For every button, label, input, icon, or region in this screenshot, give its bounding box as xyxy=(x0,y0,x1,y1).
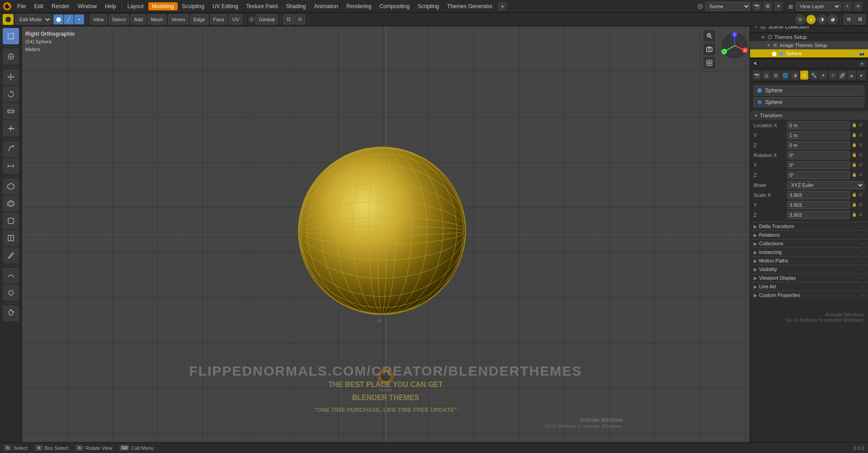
rotation-y-link[interactable]: ⊡ xyxy=(859,162,864,168)
location-x-value[interactable]: 0 m xyxy=(787,121,850,129)
scene-expand-btn[interactable]: ⊞ xyxy=(763,2,772,11)
location-x-link[interactable]: ⊡ xyxy=(859,123,864,128)
shrink-fatten-tool[interactable] xyxy=(3,285,19,301)
workspace-scripting[interactable]: Scripting xyxy=(414,2,443,10)
uv-menu-btn[interactable]: UV xyxy=(229,14,242,24)
location-z-value[interactable]: 0 m xyxy=(787,141,850,149)
edge-menu-btn[interactable]: Edge xyxy=(190,14,208,24)
props-filter-btn[interactable]: ▼ xyxy=(859,62,865,67)
scale-y-lock[interactable]: 🔒 xyxy=(852,202,857,208)
view-layer-props-btn[interactable]: ⊞ xyxy=(772,71,780,80)
workspace-texture-paint[interactable]: Texture Paint xyxy=(243,2,282,10)
scale-x-value[interactable]: 3.903 xyxy=(787,191,850,199)
scale-z-link[interactable]: ⊡ xyxy=(859,212,864,218)
workspace-sculpting[interactable]: Sculpting xyxy=(179,2,208,10)
output-props-btn[interactable]: 🖨 xyxy=(762,71,770,80)
vertex-mode-btn[interactable]: ⬤ xyxy=(53,14,63,24)
rotation-z-link[interactable]: ⊡ xyxy=(859,172,864,178)
gimbal-btn[interactable]: Gimbal xyxy=(255,14,278,24)
render-props-btn[interactable]: 📷 xyxy=(753,71,761,80)
3d-viewport[interactable]: Right Orthographic (54) Sphere Meters FL… xyxy=(22,26,750,442)
visibility-header[interactable]: ▶ Visibility ⋯ xyxy=(750,265,868,273)
mode-selector[interactable]: Edit Mode xyxy=(15,14,52,24)
select-menu-btn[interactable]: Select xyxy=(109,14,129,24)
object-props-btn[interactable]: ⊙ xyxy=(800,71,808,80)
props-search-btn[interactable]: 🔍 xyxy=(753,61,759,67)
menu-window[interactable]: Window xyxy=(74,2,100,10)
vertex-menu-btn[interactable]: Vertex xyxy=(168,14,189,24)
mesh-name-field[interactable]: Sphere xyxy=(754,97,864,107)
modifier-props-btn[interactable]: 🔧 xyxy=(810,71,818,80)
proportional-edit-btn[interactable]: ⊙ xyxy=(295,14,305,24)
move-tool[interactable] xyxy=(3,69,19,85)
location-y-link[interactable]: ⊡ xyxy=(859,133,864,138)
smooth-tool[interactable] xyxy=(3,267,19,284)
menu-render[interactable]: Render xyxy=(48,2,73,10)
scale-z-value[interactable]: 3.903 xyxy=(787,211,850,219)
bevel-tool[interactable] xyxy=(3,213,19,229)
menu-file[interactable]: File xyxy=(14,2,29,10)
custom-properties-header[interactable]: ▶ Custom Properties ⋯ xyxy=(750,291,868,299)
rotation-x-link[interactable]: ⊡ xyxy=(859,153,864,158)
rendered-btn[interactable]: ◕ xyxy=(828,14,838,24)
rotation-x-lock[interactable]: 🔒 xyxy=(852,153,857,158)
annotate-tool[interactable] xyxy=(3,141,19,157)
world-props-btn[interactable]: ◑ xyxy=(791,71,799,80)
transform-tool[interactable] xyxy=(3,120,19,137)
solid-btn[interactable]: ● xyxy=(806,14,816,24)
motion-paths-header[interactable]: ▶ Motion Paths ⋯ xyxy=(750,256,868,265)
location-x-lock[interactable]: 🔒 xyxy=(852,123,857,128)
viewport-gizmo[interactable]: Z X Y xyxy=(719,30,746,57)
transform-header[interactable]: ▼ Transform ⋯ xyxy=(750,111,868,120)
rotation-mode-select[interactable]: XYZ Euler xyxy=(787,181,864,189)
workspace-shading[interactable]: Shading xyxy=(283,2,310,10)
grid-view-btn[interactable] xyxy=(703,57,715,69)
menu-help[interactable]: Help xyxy=(101,2,120,10)
particles-props-btn[interactable]: ✦ xyxy=(819,71,827,80)
rotate-tool[interactable] xyxy=(3,86,19,102)
wireframe-btn[interactable]: ◎ xyxy=(795,14,805,24)
scene-camera-btn[interactable]: 📷 xyxy=(752,2,761,11)
add-menu-btn[interactable]: Add xyxy=(131,14,146,24)
scale-y-value[interactable]: 3.903 xyxy=(787,201,850,209)
blender-logo[interactable] xyxy=(2,1,13,12)
add-workspace-btn[interactable]: + xyxy=(498,2,507,11)
camera-btn[interactable] xyxy=(703,43,715,55)
mesh-menu-btn[interactable]: Mesh xyxy=(148,14,166,24)
zoom-in-btn[interactable] xyxy=(703,30,715,42)
workspace-uv-editing[interactable]: UV Editing xyxy=(209,2,242,10)
workspace-animation[interactable]: Animation xyxy=(311,2,342,10)
measure-tool[interactable] xyxy=(3,158,19,174)
cursor-tool[interactable] xyxy=(3,48,19,65)
inset-tool[interactable] xyxy=(3,196,19,212)
location-y-lock[interactable]: 🔒 xyxy=(852,133,857,138)
face-mode-btn[interactable]: ▪ xyxy=(74,14,84,24)
material-btn[interactable]: ◑ xyxy=(817,14,827,24)
scale-x-lock[interactable]: 🔒 xyxy=(852,192,857,198)
view-layer-selector[interactable]: View Layer xyxy=(796,2,841,11)
object-name-field[interactable]: Sphere xyxy=(754,86,864,95)
scale-z-lock[interactable]: 🔒 xyxy=(852,212,857,218)
line-art-header[interactable]: ▶ Line Art ⋯ xyxy=(750,282,868,291)
viewport-display-header[interactable]: ▶ Viewport Display ⋯ xyxy=(750,273,868,282)
view-menu-btn[interactable]: View xyxy=(90,14,107,24)
rotation-x-value[interactable]: 0° xyxy=(787,151,850,159)
knife-tool[interactable] xyxy=(3,247,19,263)
workspace-rendering[interactable]: Rendering xyxy=(343,2,375,10)
xray-btn[interactable]: ⊠ xyxy=(855,14,865,24)
scale-y-link[interactable]: ⊡ xyxy=(859,202,864,208)
scene-settings-btn[interactable]: ✕ xyxy=(774,2,783,11)
view-layer-settings-btn[interactable]: + xyxy=(843,2,852,11)
image-themes-item[interactable]: ▼ Image Themes Setup xyxy=(750,41,868,49)
workspace-modeling[interactable]: Modeling xyxy=(148,2,178,10)
rotation-y-value[interactable]: 0° xyxy=(787,161,850,169)
location-z-lock[interactable]: 🔒 xyxy=(852,143,857,148)
view-layer-close-btn[interactable]: ✕ xyxy=(854,2,863,11)
loopcut-tool[interactable] xyxy=(3,230,19,246)
physics-props-btn[interactable]: ⚛ xyxy=(829,71,837,80)
relations-header[interactable]: ▶ Relations ⋯ xyxy=(750,230,868,239)
rotation-z-value[interactable]: 0° xyxy=(787,171,850,179)
constraints-props-btn[interactable]: 🔗 xyxy=(838,71,846,80)
instancing-header[interactable]: ▶ Instancing ⋯ xyxy=(750,248,868,256)
workspace-layout[interactable]: Layout xyxy=(124,2,147,10)
